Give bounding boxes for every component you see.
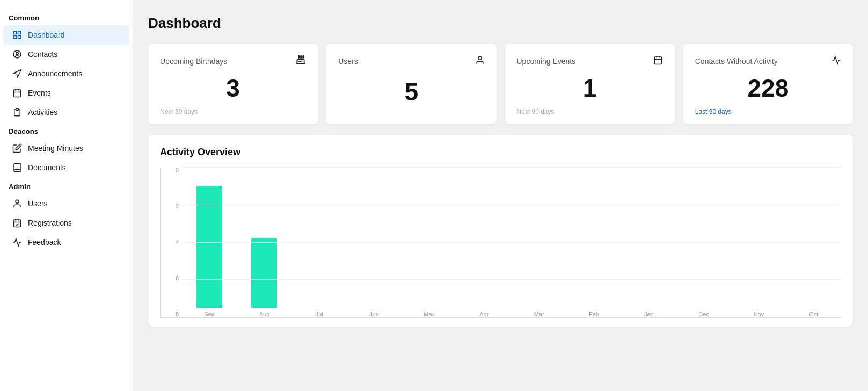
stat-card-title: Upcoming Birthdays — [160, 57, 227, 66]
stat-card-value: 1 — [517, 73, 663, 104]
sidebar-item-label: Contacts — [28, 50, 57, 59]
stat-card-value: 5 — [338, 73, 484, 111]
bar-label: Sep — [204, 311, 215, 317]
calendar-icon — [653, 54, 663, 68]
stat-card-footer[interactable]: Last 90 days — [695, 108, 841, 115]
bar-label: Nov — [754, 311, 764, 317]
sidebar-item-label: Dashboard — [28, 31, 65, 39]
main-content: Dashboard Upcoming Birthdays 3 Next 30 d… — [133, 0, 868, 391]
sidebar-item-dashboard[interactable]: Dashboard — [3, 25, 129, 45]
megaphone-icon — [12, 68, 23, 79]
bar-group: Feb — [566, 308, 621, 317]
person-circle-icon — [12, 49, 23, 60]
stat-card-title: Users — [338, 57, 358, 66]
bar-chart-area: 86420 SepAugJulJunMayAprMarFebJanDecNovO… — [160, 168, 841, 318]
person-icon — [12, 198, 23, 209]
sidebar-item-label: Activities — [28, 108, 57, 117]
bar-label: Feb — [589, 311, 599, 317]
stat-card-header: Upcoming Events — [517, 54, 663, 68]
bar-group: Aug — [237, 238, 291, 317]
bar-group: Jun — [347, 308, 402, 317]
bar-group: Oct — [786, 308, 841, 317]
clipboard-icon — [12, 107, 23, 118]
y-axis: 86420 — [161, 168, 182, 317]
stat-card-header: Contacts Without Activity — [695, 54, 841, 68]
svg-rect-1 — [18, 31, 21, 34]
sidebar-item-documents[interactable]: Documents — [3, 158, 129, 177]
bar-label: Mar — [534, 311, 544, 317]
bar-label: Jul — [316, 311, 323, 317]
page-title: Dashboard — [148, 15, 853, 32]
book-icon — [12, 162, 23, 173]
stat-card-footer: Next 90 days — [517, 108, 663, 115]
svg-rect-0 — [13, 31, 16, 34]
stat-card-value: 228 — [695, 73, 841, 104]
svg-rect-2 — [13, 36, 16, 39]
chart-card: Activity Overview 86420 SepAugJulJunMayA… — [148, 135, 853, 327]
person-icon — [475, 54, 485, 68]
cake-icon — [295, 54, 306, 68]
y-tick: 0 — [161, 168, 182, 173]
svg-rect-12 — [13, 220, 21, 227]
y-tick: 4 — [161, 240, 182, 245]
sidebar-item-events[interactable]: Events — [3, 83, 129, 103]
sidebar-item-label: Announcements — [28, 69, 82, 78]
svg-rect-3 — [18, 36, 21, 39]
bar — [196, 186, 222, 308]
bar-group: May — [402, 308, 456, 317]
bar-group: Mar — [512, 308, 566, 317]
sidebar-item-feedback[interactable]: Feedback — [3, 233, 129, 252]
bar-group: Nov — [731, 308, 786, 317]
sidebar-item-users[interactable]: Users — [3, 194, 129, 213]
svg-rect-6 — [13, 90, 21, 97]
stat-cards: Upcoming Birthdays 3 Next 30 days Users … — [148, 44, 853, 124]
activity-icon — [831, 54, 841, 68]
svg-point-11 — [16, 200, 19, 203]
sidebar-item-activities[interactable]: Activities — [3, 103, 129, 122]
bar-group: Jan — [622, 308, 676, 317]
bar-chart: 86420 SepAugJulJunMayAprMarFebJanDecNovO… — [160, 168, 841, 318]
bar-label: May — [424, 311, 435, 317]
stat-card-users: Users 5 — [326, 44, 496, 124]
sidebar-item-label: Users — [28, 199, 48, 208]
sidebar-item-contacts[interactable]: Contacts — [3, 45, 129, 64]
stat-card-value: 3 — [160, 73, 306, 104]
svg-point-17 — [478, 56, 482, 60]
sidebar-item-label: Documents — [28, 163, 66, 172]
stat-card-contacts-without-activity: Contacts Without Activity 228 Last 90 da… — [683, 44, 853, 124]
y-tick: 8 — [161, 312, 182, 317]
chart-title: Activity Overview — [160, 147, 841, 158]
sidebar-section-admin: Admin — [0, 177, 133, 194]
bar-group: Apr — [457, 308, 512, 317]
activity-icon — [12, 237, 23, 248]
y-tick: 6 — [161, 276, 182, 281]
stat-card-header: Users — [338, 54, 484, 68]
sidebar-item-label: Events — [28, 89, 51, 97]
calendar-check-icon — [12, 218, 23, 228]
bar-label: Apr — [479, 311, 488, 317]
bars-container: SepAugJulJunMayAprMarFebJanDecNovOct — [182, 168, 841, 317]
bar-group: Sep — [182, 186, 237, 318]
svg-rect-18 — [654, 57, 662, 64]
stat-card-upcoming-events: Upcoming Events 1 Next 90 days — [505, 44, 675, 124]
pencil-square-icon — [12, 143, 23, 154]
stat-card-footer: Next 30 days — [160, 108, 306, 115]
bar-label: Jan — [644, 311, 654, 317]
svg-rect-10 — [16, 108, 19, 110]
sidebar-item-label: Meeting Minutes — [28, 144, 83, 153]
stat-card-title: Contacts Without Activity — [695, 57, 778, 66]
y-tick: 2 — [161, 204, 182, 209]
calendar-icon — [12, 88, 23, 98]
sidebar-item-announcements[interactable]: Announcements — [3, 64, 129, 83]
grid-icon — [12, 30, 23, 40]
bar-group: Jul — [292, 308, 347, 317]
sidebar-item-label: Registrations — [28, 219, 72, 227]
bar-label: Dec — [698, 311, 709, 317]
bar-label: Jun — [369, 311, 379, 317]
bar-group: Dec — [676, 308, 731, 317]
sidebar-item-meeting-minutes[interactable]: Meeting Minutes — [3, 139, 129, 158]
sidebar-item-registrations[interactable]: Registrations — [3, 213, 129, 233]
sidebar-section-deacons: Deacons — [0, 122, 133, 139]
sidebar: Common Dashboard Contacts Announcements … — [0, 0, 133, 391]
sidebar-section-common: Common — [0, 9, 133, 25]
